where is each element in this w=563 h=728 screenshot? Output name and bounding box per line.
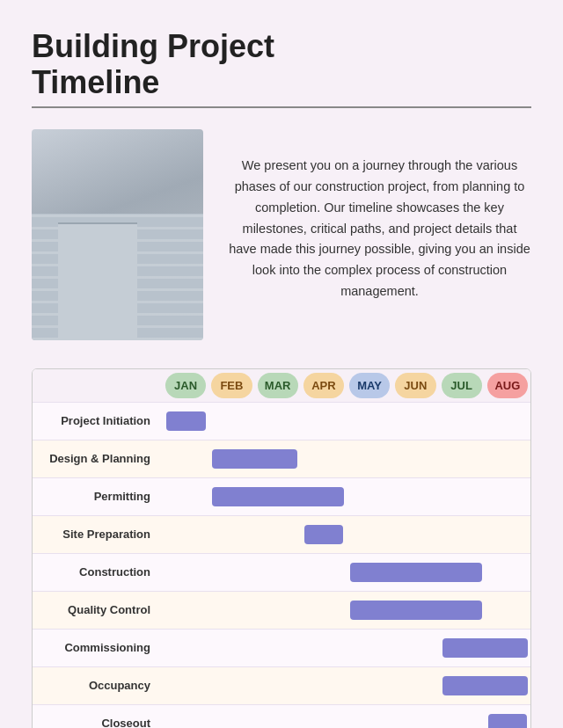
gantt-cell [301, 667, 347, 704]
gantt-cell [163, 516, 208, 553]
gantt-chart: JAN FEB MAR APR MAY JUN JUL AUG Project … [32, 368, 531, 728]
month-jun: JUN [395, 373, 435, 398]
gantt-row: Commissioning [33, 629, 530, 666]
gantt-cell [163, 440, 208, 477]
gantt-cell [301, 592, 347, 629]
gantt-cell [208, 554, 254, 591]
gantt-cell [301, 516, 347, 553]
gantt-cell [485, 516, 530, 553]
month-jan: JAN [165, 373, 206, 398]
month-mar: MAR [258, 373, 298, 398]
gantt-cell [163, 554, 208, 591]
gantt-cell [485, 705, 530, 728]
gantt-cell [392, 705, 438, 728]
gantt-row-label: Quality Control [33, 598, 163, 622]
gantt-cell [163, 630, 208, 666]
gantt-cell [485, 440, 530, 477]
gantt-cell [439, 630, 485, 666]
gantt-row-label: Commissioning [33, 636, 163, 659]
gantt-cell [439, 478, 485, 515]
gantt-cell [301, 440, 347, 477]
gantt-row-label: Site Preparation [33, 522, 163, 546]
gantt-row: Permitting [33, 477, 530, 515]
month-jul: JUL [442, 373, 482, 398]
gantt-cell [163, 705, 208, 728]
intro-section: We present you on a journey through the … [32, 129, 531, 340]
gantt-cell [301, 705, 347, 728]
gantt-cell [208, 440, 254, 477]
gantt-cell [163, 478, 208, 515]
gantt-cell [485, 403, 530, 440]
gantt-cell [347, 667, 392, 704]
gantt-row: Quality Control [33, 591, 530, 629]
construction-image [32, 129, 203, 340]
gantt-header-empty [33, 369, 163, 402]
gantt-row: Project Initiation [33, 402, 530, 440]
gantt-cell [485, 592, 530, 629]
gantt-row-label: Permitting [33, 484, 163, 508]
gantt-cell [163, 592, 208, 629]
intro-text: We present you on a journey through the … [228, 129, 531, 302]
gantt-cell [208, 516, 254, 553]
gantt-row-label: Closeout [33, 711, 163, 728]
gantt-cell [208, 592, 254, 629]
gantt-cell [392, 440, 438, 477]
gantt-cell [485, 478, 530, 515]
gantt-cell [347, 630, 392, 666]
gantt-cell [208, 705, 254, 728]
gantt-row-label: Design & Planning [33, 447, 163, 470]
gantt-cell [163, 667, 208, 704]
gantt-cell [392, 630, 438, 666]
gantt-cell [485, 554, 530, 591]
gantt-cell [255, 630, 301, 666]
month-may: MAY [349, 373, 390, 398]
gantt-cell [255, 705, 301, 728]
gantt-row: Construction [33, 553, 530, 591]
gantt-cell [439, 705, 485, 728]
gantt-cell [439, 516, 485, 553]
gantt-cell [347, 403, 392, 440]
title-divider [32, 106, 531, 108]
gantt-cell [347, 592, 392, 629]
gantt-cell [392, 516, 438, 553]
gantt-header: JAN FEB MAR APR MAY JUN JUL AUG [33, 369, 530, 402]
gantt-cell [255, 554, 301, 591]
gantt-row: Site Preparation [33, 515, 530, 553]
month-feb: FEB [211, 373, 252, 398]
gantt-cell [255, 403, 301, 440]
gantt-body: Project InitiationDesign & PlanningPermi… [33, 402, 530, 728]
month-apr: APR [303, 373, 344, 398]
gantt-cell [392, 403, 438, 440]
gantt-cell [301, 554, 347, 591]
gantt-cell [347, 440, 392, 477]
gantt-cell [208, 478, 254, 515]
gantt-cell [255, 667, 301, 704]
gantt-cell [439, 403, 485, 440]
gantt-cell [439, 440, 485, 477]
gantt-cell [439, 667, 485, 704]
gantt-cell [301, 403, 347, 440]
gantt-row: Design & Planning [33, 440, 530, 477]
gantt-cell [347, 478, 392, 515]
gantt-cell [255, 592, 301, 629]
gantt-cell [347, 516, 392, 553]
gantt-cell [163, 403, 208, 440]
gantt-cell [392, 478, 438, 515]
gantt-cell [347, 554, 392, 591]
gantt-cell [392, 667, 438, 704]
gantt-row-label: Project Initiation [33, 409, 163, 433]
gantt-row: Occupancy [33, 666, 530, 704]
gantt-cell [208, 403, 254, 440]
gantt-cell [208, 630, 254, 666]
month-aug: AUG [487, 373, 528, 398]
gantt-cell [255, 516, 301, 553]
gantt-cell [208, 667, 254, 704]
gantt-row: Closeout [33, 704, 530, 728]
page-title: Building Project Timeline [32, 28, 531, 101]
gantt-row-label: Occupancy [33, 673, 163, 697]
gantt-row-label: Construction [33, 560, 163, 584]
gantt-cell [301, 630, 347, 666]
gantt-cell [347, 705, 392, 728]
